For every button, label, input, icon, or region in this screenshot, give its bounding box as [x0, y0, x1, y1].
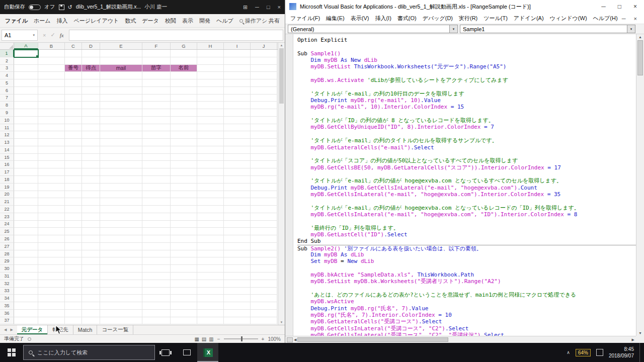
cell-I20[interactable]	[224, 191, 251, 199]
excel-vertical-scrollbar[interactable]: ▲ ▼	[278, 43, 285, 325]
row-header-21[interactable]: 21	[0, 198, 14, 206]
cell-G22[interactable]	[171, 206, 197, 213]
cell-I6[interactable]	[224, 87, 251, 95]
cell-A29[interactable]	[14, 257, 38, 265]
cell-C34[interactable]	[65, 295, 82, 302]
cell-J10[interactable]	[251, 117, 277, 124]
cell-B12[interactable]	[38, 131, 65, 139]
cell-J32[interactable]	[251, 280, 277, 288]
ribbon-tab-4[interactable]: ページレイアウト	[71, 15, 122, 27]
margin-indicator-bar[interactable]	[285, 34, 293, 336]
column-header-J[interactable]: J	[251, 43, 277, 49]
row-header-27[interactable]: 27	[0, 243, 14, 250]
cell-E26[interactable]	[100, 235, 142, 243]
cell-D32[interactable]	[82, 280, 100, 288]
cell-A1[interactable]	[14, 50, 38, 57]
cell-E20[interactable]	[100, 191, 142, 199]
cell-C20[interactable]	[65, 191, 82, 199]
cell-A5[interactable]	[14, 79, 38, 87]
cell-G34[interactable]	[171, 295, 197, 302]
cell-J19[interactable]	[251, 184, 277, 191]
child-close-button[interactable]: ×	[634, 16, 637, 22]
cell-G17[interactable]	[171, 168, 197, 176]
cell-I25[interactable]	[224, 228, 251, 235]
vba-vertical-scrollbar[interactable]: ▲ ▼	[636, 34, 644, 336]
cell-J29[interactable]	[251, 257, 277, 265]
cell-G29[interactable]	[171, 257, 197, 265]
vba-menu-item-2[interactable]: 編集(E)	[323, 14, 348, 23]
cell-D11[interactable]	[82, 124, 100, 132]
sheet-tab-Match[interactable]: Match	[73, 325, 98, 334]
row-header-3[interactable]: 3	[0, 65, 14, 72]
cell-D25[interactable]	[82, 228, 100, 235]
cell-C25[interactable]	[65, 228, 82, 235]
cell-C5[interactable]	[65, 79, 82, 87]
excel-taskbar-button[interactable]: X	[197, 343, 218, 362]
cell-D14[interactable]	[82, 146, 100, 154]
cell-D28[interactable]	[82, 250, 100, 258]
cell-G3[interactable]: 名前	[171, 65, 197, 72]
cell-F9[interactable]	[142, 109, 171, 117]
task-view-button[interactable]	[155, 343, 176, 362]
cell-E21[interactable]	[100, 198, 142, 206]
cell-H9[interactable]	[197, 109, 224, 117]
cell-D12[interactable]	[82, 131, 100, 139]
cell-H16[interactable]	[197, 161, 224, 168]
cell-C13[interactable]	[65, 139, 82, 146]
cell-I12[interactable]	[224, 131, 251, 139]
cell-J31[interactable]	[251, 273, 277, 280]
cell-I22[interactable]	[224, 206, 251, 213]
cell-J7[interactable]	[251, 95, 277, 102]
cell-J5[interactable]	[251, 79, 277, 87]
cell-C10[interactable]	[65, 117, 82, 124]
cell-H12[interactable]	[197, 131, 224, 139]
row-header-25[interactable]: 25	[0, 228, 14, 235]
cell-E29[interactable]	[100, 257, 142, 265]
cell-G7[interactable]	[171, 95, 197, 102]
cell-I11[interactable]	[224, 124, 251, 132]
cell-F25[interactable]	[142, 228, 171, 235]
cell-I5[interactable]	[224, 79, 251, 87]
vba-menu-item-11[interactable]: ヘルプ(H)	[590, 14, 621, 23]
cell-E33[interactable]	[100, 288, 142, 295]
cell-J11[interactable]	[251, 124, 277, 132]
cell-J34[interactable]	[251, 295, 277, 302]
cell-J33[interactable]	[251, 288, 277, 295]
cell-J18[interactable]	[251, 176, 277, 184]
row-header-1[interactable]: 1	[0, 50, 14, 57]
chevron-down-icon[interactable]: ▾	[449, 25, 457, 33]
vba-maximize-button[interactable]: □	[618, 3, 621, 10]
split-box[interactable]	[287, 337, 293, 342]
cell-J9[interactable]	[251, 109, 277, 117]
cell-A23[interactable]	[14, 213, 38, 221]
cell-G5[interactable]	[171, 79, 197, 87]
cell-G31[interactable]	[171, 273, 197, 280]
cell-C16[interactable]	[65, 161, 82, 168]
cell-H26[interactable]	[197, 235, 224, 243]
scroll-up-icon[interactable]: ▲	[280, 44, 283, 47]
vba-minimize-button[interactable]: ─	[601, 3, 606, 10]
row-header-29[interactable]: 29	[0, 257, 14, 265]
cell-F21[interactable]	[142, 198, 171, 206]
cell-J35[interactable]	[251, 302, 277, 310]
cell-I15[interactable]	[224, 154, 251, 161]
cell-A7[interactable]	[14, 95, 38, 102]
cell-J17[interactable]	[251, 168, 277, 176]
cell-A10[interactable]	[14, 117, 38, 124]
cell-F20[interactable]	[142, 191, 171, 199]
cell-I32[interactable]	[224, 280, 251, 288]
cell-A25[interactable]	[14, 228, 38, 235]
page-layout-view-icon[interactable]: ▤	[202, 336, 206, 342]
ribbon-tab-6[interactable]: データ	[139, 15, 162, 27]
cell-C33[interactable]	[65, 288, 82, 295]
cell-B36[interactable]	[38, 310, 65, 317]
cell-E25[interactable]	[100, 228, 142, 235]
cell-J1[interactable]	[251, 50, 277, 57]
sheet-tab-コース一覧[interactable]: コース一覧	[97, 325, 133, 334]
cell-G19[interactable]	[171, 184, 197, 191]
cell-D8[interactable]	[82, 102, 100, 109]
column-header-C[interactable]: C	[65, 43, 82, 49]
cell-F7[interactable]	[142, 95, 171, 102]
cell-F32[interactable]	[142, 280, 171, 288]
cell-G8[interactable]	[171, 102, 197, 109]
